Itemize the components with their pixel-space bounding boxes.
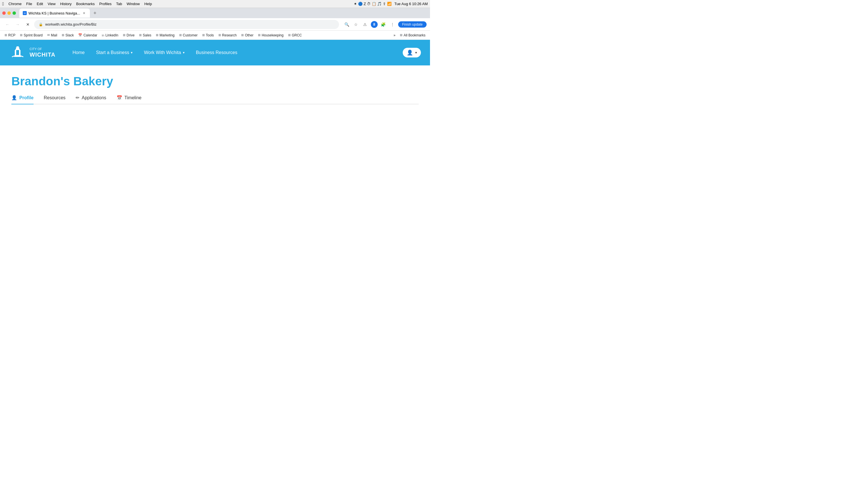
logo-icon [9,44,26,61]
profile-icon[interactable]: 8 [371,21,378,28]
svg-rect-4 [19,50,20,56]
tab-resources-label: Resources [44,95,66,100]
help-menu[interactable]: Help [144,2,152,6]
logo-text: CITY OF WICHITA [30,47,55,58]
business-title: Brandon's Bakery [11,74,419,88]
svg-rect-0 [16,46,19,47]
finish-update-button[interactable]: Finish update [398,21,427,28]
bookmark-customer[interactable]: ⊞ Customer [177,32,199,39]
folder-icon: ⊞ [139,33,142,37]
bookmark-label: Other [245,33,253,37]
folder-icon: ⊞ [20,33,23,37]
nav-home[interactable]: Home [72,50,85,55]
bookmark-calendar[interactable]: 📅 Calendar [76,32,99,39]
bookmark-linkedin[interactable]: in LinkedIn [100,32,120,39]
bookmark-icon[interactable]: ☆ [353,21,359,28]
tab-menu[interactable]: Tab [116,2,122,6]
bookmark-label: Drive [127,33,134,37]
tab-resources[interactable]: Resources [44,95,66,104]
chevron-down-icon: ▾ [131,51,132,55]
logo-name-label: WICHITA [30,51,55,58]
tab-applications-label: Applications [82,95,106,100]
bookmark-tools[interactable]: ⊞ Tools [201,32,216,39]
svg-rect-3 [15,50,16,56]
bookmark-label: GRCC [292,33,302,37]
bookmark-mail[interactable]: ✉ Mail [45,32,59,39]
folder-icon: 📅 [78,33,82,37]
extensions-icon[interactable]: 🧩 [380,21,387,28]
minimize-button[interactable] [8,11,11,15]
logo[interactable]: CITY OF WICHITA [9,44,55,61]
nav-home-label: Home [72,50,85,55]
bookmark-label: LinkedIn [105,33,118,37]
active-tab[interactable]: W Wichita KS | Business Naviga... ✕ [19,9,90,18]
close-button[interactable] [2,11,6,15]
url-bar[interactable]: 🔒 workwith.wichita.gov/Profile/Biz [34,20,339,29]
file-menu[interactable]: File [26,2,32,6]
folder-icon: ⊞ [400,33,402,37]
tab-profile[interactable]: 👤 Profile [11,95,33,104]
back-button[interactable]: ← [3,20,11,28]
chevron-down-icon: ▾ [183,51,185,55]
bookmark-other[interactable]: ⊞ Other [240,32,255,39]
nav-business-resources[interactable]: Business Resources [196,50,238,55]
bookmark-slack[interactable]: ⊞ Slack [60,32,75,39]
svg-rect-5 [16,50,19,54]
view-menu[interactable]: View [47,2,55,6]
bookmarks-more-button[interactable]: » [392,32,397,39]
nav-start-business[interactable]: Start a Business ▾ [96,50,133,55]
nav-business-resources-label: Business Resources [196,50,238,55]
forward-button[interactable]: → [14,20,22,28]
bookmark-sprint-board[interactable]: ⊞ Sprint Board [18,32,44,39]
tab-applications[interactable]: ✏ Applications [76,95,106,104]
bookmark-research[interactable]: ⊞ Research [217,32,238,39]
tab-timeline[interactable]: 📅 Timeline [117,95,142,104]
svg-rect-1 [16,47,19,49]
extension-alert-icon[interactable]: ⚠ [362,21,369,28]
maximize-button[interactable] [13,11,16,15]
address-bar: ← → ✕ 🔒 workwith.wichita.gov/Profile/Biz… [0,18,430,31]
apple-menu[interactable]:  [2,1,4,6]
new-tab-button[interactable]: + [91,9,99,17]
folder-icon: ⊞ [288,33,291,37]
search-icon[interactable]: 🔍 [344,21,350,28]
bookmark-all-bookmarks[interactable]: ⊞ All Bookmarks [398,32,427,39]
bookmark-label: Mail [51,33,57,37]
bookmark-rcp[interactable]: ⊞ RCP [3,32,17,39]
pencil-icon: ✏ [76,95,79,100]
menubar-right: ✶ 🔵 Z ⏱ 📋 🎵 ⇧ 📶 Tue Aug 6 10:26 AM [354,2,428,6]
folder-icon: ⊞ [258,33,260,37]
bookmark-drive[interactable]: ⊞ Drive [121,32,136,39]
nav-work-label: Work With Wichita [144,50,181,55]
chrome-menu[interactable]: Chrome [9,2,22,6]
bookmark-label: Tools [206,33,214,37]
history-menu[interactable]: History [60,2,71,6]
more-icon[interactable]: ⋮ [389,21,396,28]
tab-favicon: W [23,11,27,15]
calendar-icon: 📅 [117,95,122,100]
clock: Tue Aug 6 10:26 AM [395,2,428,6]
svg-rect-2 [15,49,20,50]
bookmark-label: Customer [183,33,198,37]
window-menu[interactable]: Window [127,2,140,6]
bookmark-label: Calendar [83,33,97,37]
profiles-menu[interactable]: Profiles [99,2,112,6]
nav-start-business-label: Start a Business [96,50,129,55]
chevron-down-icon: ▾ [415,51,417,55]
menubar-icons: ✶ 🔵 Z ⏱ 📋 🎵 ⇧ 📶 [354,2,391,6]
tab-profile-label: Profile [19,95,33,100]
bookmark-sales[interactable]: ⊞ Sales [137,32,153,39]
person-icon: 👤 [11,95,17,100]
nav-work-with-wichita[interactable]: Work With Wichita ▾ [144,50,184,55]
bookmark-marketing[interactable]: ⊞ Marketing [154,32,176,39]
user-account-button[interactable]: 👤 ▾ [403,48,421,57]
folder-icon: ⊞ [62,33,64,37]
site-nav: Home Start a Business ▾ Work With Wichit… [72,48,421,57]
bookmark-housekeeping[interactable]: ⊞ Housekeeping [256,32,285,39]
reload-button[interactable]: ✕ [24,20,32,28]
tab-close-button[interactable]: ✕ [82,11,86,15]
tab-bar: W Wichita KS | Business Naviga... ✕ + [0,8,430,18]
bookmarks-menu[interactable]: Bookmarks [76,2,95,6]
edit-menu[interactable]: Edit [37,2,43,6]
bookmark-grcc[interactable]: ⊞ GRCC [286,32,303,39]
